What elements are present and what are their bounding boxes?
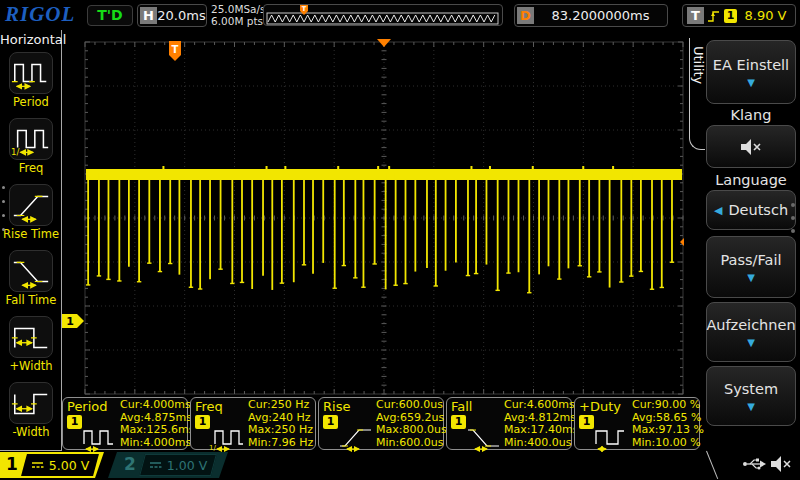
sidebar-item-freq[interactable]: 1/ Freq [0,118,62,182]
horizontal-scale-box[interactable]: H 20.0ms [137,4,207,27]
chevron-down-icon: ▼ [747,402,755,412]
channel-2-scale: 1.00 V [167,458,207,473]
period-icon [10,53,52,93]
menu-item-sound[interactable] [706,125,796,168]
channel-badge: 1 [579,415,594,429]
trigger-status-badge: T'D [87,5,133,26]
channel-2-indicator[interactable]: 2 1.00 V [108,452,228,478]
measurement-stats: Cur:250 Hz Avg:240 Hz Max:250 Hz Min:7.9… [248,399,316,449]
menu-item-language-label: Language [706,172,796,188]
trigger-channel-badge: 1 [724,9,737,23]
horizontal-key: H [140,7,157,24]
channel-1-number: 1 [6,454,18,474]
delay-key: D [517,7,534,24]
channel-1-indicator[interactable]: 1 5.00 V [0,452,104,478]
svg-text:1/: 1/ [209,444,216,452]
language-value: Deutsch [728,202,788,218]
fall-time-icon [10,251,52,291]
menu-item-language[interactable]: ◀ Deutsch [706,190,796,230]
chevron-down-icon: ▼ [747,78,755,88]
sidebar-scroll-dot [2,200,5,203]
delay-value: 83.2000000ms [534,8,667,23]
freq-icon: 1/ [209,424,247,452]
measurement-panel-freq: Freq 1 1/ Cur:250 Hz Avg:240 Hz Max:250 … [190,397,316,450]
sidebar-scroll-dot [2,214,5,217]
channel-badge: 1 [451,415,466,429]
svg-text:T: T [172,44,179,55]
trigger-key: T [687,7,704,24]
menu-page-dot [791,216,795,220]
channel-badge: 1 [195,415,210,429]
measurement-stats: Cur:600.0us Avg:659.2us Max:800.0us Min:… [376,399,444,449]
rise-time-icon [10,185,52,225]
channel-1-scale: 5.00 V [49,458,89,473]
usb-icon [742,457,766,471]
dc-coupling-icon [149,460,162,470]
utility-menu: Utility EA Einstell ▼ Klang Language ◀ D… [684,30,800,452]
menu-page-dot [791,203,795,207]
measurement-name: Fall [451,399,472,414]
minus-width-icon [10,383,52,423]
menu-item-sound-label: Klang [706,107,796,123]
measurement-name: Rise [323,399,350,414]
menu-item-pass-fail[interactable]: Pass/Fail ▼ [706,236,796,298]
menu-item-system[interactable]: System ▼ [706,366,796,426]
measurement-stats: Cur:4.600ms Avg:4.812ms Max:17.40ms Min:… [504,399,572,449]
freq-icon: 1/ [10,119,52,159]
rise-time-icon [337,424,375,452]
bottom-diagonal-divider [706,451,718,479]
chevron-down-icon: ▼ [747,338,755,348]
channel-2-number: 2 [124,454,136,474]
sidebar-scroll-dot [2,228,5,231]
memory-depth: 6.00M pts [211,15,266,27]
rising-edge-icon [707,8,721,24]
sidebar-item-rise-time[interactable]: Rise Time [0,184,62,248]
trigger-level-value: 8.90 V [740,8,791,23]
measurement-panel-duty: +Duty 1 Cur:90.00 % Avg:58.65 % Max:97.1… [574,397,700,450]
waveform-display: T1T [60,30,705,398]
menu-tab-label: Utility [691,46,706,84]
sidebar-item-plus-width[interactable]: +Width [0,316,62,380]
measurement-panel-fall: Fall 1 Cur:4.600ms Avg:4.812ms Max:17.40… [446,397,572,450]
preview-waveform-icon: T [264,5,502,25]
dc-coupling-icon [31,460,44,470]
chevron-left-icon: ◀ [714,204,722,217]
sidebar-bottom-border [0,450,62,451]
measurement-name: Period [67,399,108,414]
plus-width-icon [10,317,52,357]
measurement-panel-rise: Rise 1 Cur:600.0us Avg:659.2us Max:800.0… [318,397,444,450]
measurement-stats: Cur:90.00 % Avg:58.65 % Max:97.13 % Min:… [632,399,700,449]
sidebar-scroll-dot [2,186,5,189]
horizontal-scale-value: 20.0ms [157,8,206,23]
sample-rate: 25.0MSa/s [211,3,266,15]
channel-badge: 1 [323,415,338,429]
svg-text:1/: 1/ [11,147,19,157]
delay-box[interactable]: D 83.2000000ms [514,4,668,27]
menu-item-io-setting[interactable]: EA Einstell ▼ [706,40,796,104]
measurement-name: +Duty [579,399,621,414]
measurement-panel-period: Period 1 Cur:4.000ms Avg:4.875ms Max:125… [62,397,188,450]
waveform-preview-bar[interactable]: T [263,4,503,26]
channel-badge: 1 [67,415,82,429]
sidebar-title: Horizontal [0,32,62,47]
sidebar-item-period[interactable]: Period [0,52,62,116]
period-icon [81,424,119,452]
measure-sidebar: Horizontal Period 1/ Freq Rise Time [0,30,62,451]
top-status-bar: RIGOL T'D H 20.0ms 25.0MSa/s 6.00M pts T… [0,0,800,30]
acquisition-info: 25.0MSa/s 6.00M pts [211,3,266,27]
speaker-muted-icon [770,456,792,473]
menu-item-record[interactable]: Aufzeichnen ▼ [706,302,796,362]
speaker-muted-icon [739,138,763,156]
measurement-stats: Cur:4.000ms Avg:4.875ms Max:125.6ms Min:… [120,399,188,449]
rigol-logo: RIGOL [5,2,75,27]
sidebar-item-fall-time[interactable]: Fall Time [0,250,62,314]
fall-time-icon [465,424,503,452]
sidebar-item-minus-width[interactable]: -Width [0,382,62,446]
plus-duty-icon [593,424,631,452]
chevron-down-icon: ▼ [747,273,755,283]
menu-page-dot [791,229,795,233]
svg-text:1: 1 [66,315,74,328]
measurement-name: Freq [195,399,223,414]
svg-text:T: T [302,5,307,13]
trigger-box[interactable]: T 1 8.90 V [682,4,796,27]
